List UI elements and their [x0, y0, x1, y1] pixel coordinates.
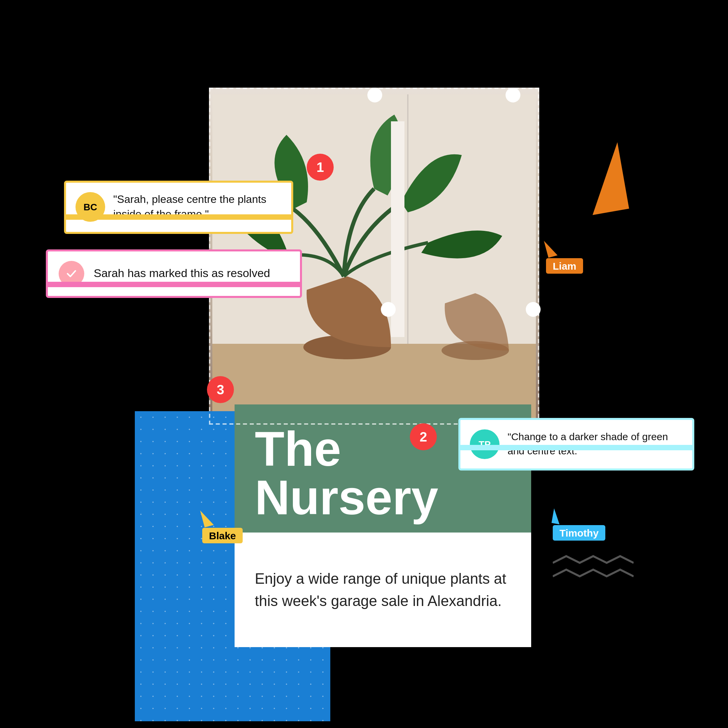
- annotation-dot-bottom-left: [381, 302, 396, 317]
- comment-tp-stripe: [458, 445, 694, 450]
- cursor-liam: Liam: [546, 239, 583, 274]
- cursor-timothy-label: Timothy: [553, 525, 605, 541]
- cursor-liam-label: Liam: [546, 258, 583, 274]
- annotation-dot-bottom-right: [526, 302, 541, 317]
- cursor-blake-arrow: [200, 508, 214, 527]
- comment-resolved-stripe: [46, 282, 302, 287]
- cursor-timothy-arrow: [551, 508, 562, 524]
- cursor-blake-label: Blake: [202, 528, 243, 543]
- annotation-marker-1[interactable]: 1: [307, 154, 334, 180]
- annotation-marker-2[interactable]: 2: [410, 423, 437, 450]
- comment-bc-stripe: [64, 214, 293, 220]
- comment-resolved-bubble: Sarah has marked this as resolved: [46, 249, 302, 298]
- comment-tp-text: "Change to a darker shade of green and c…: [508, 430, 683, 458]
- annotation-marker-3[interactable]: 3: [207, 376, 234, 403]
- annotation-dot-top-right: [506, 88, 520, 102]
- comment-tp-bubble: TP "Change to a darker shade of green an…: [458, 418, 694, 471]
- annotation-dot-top-left: [367, 88, 382, 102]
- cursor-timothy: Timothy: [553, 509, 605, 541]
- cursor-liam-arrow: [544, 238, 558, 257]
- zigzag-decoration: [553, 553, 634, 596]
- comment-bc-bubble: BC "Sarah, please centre the plants insi…: [64, 180, 293, 234]
- orange-triangle-decoration: [581, 142, 629, 215]
- description-text: Enjoy a wide range of unique plants at t…: [255, 567, 511, 612]
- avatar-tp: TP: [470, 430, 500, 459]
- cursor-blake: Blake: [202, 509, 243, 543]
- description-card: Enjoy a wide range of unique plants at t…: [235, 532, 531, 647]
- resolved-text: Sarah has marked this as resolved: [94, 267, 270, 280]
